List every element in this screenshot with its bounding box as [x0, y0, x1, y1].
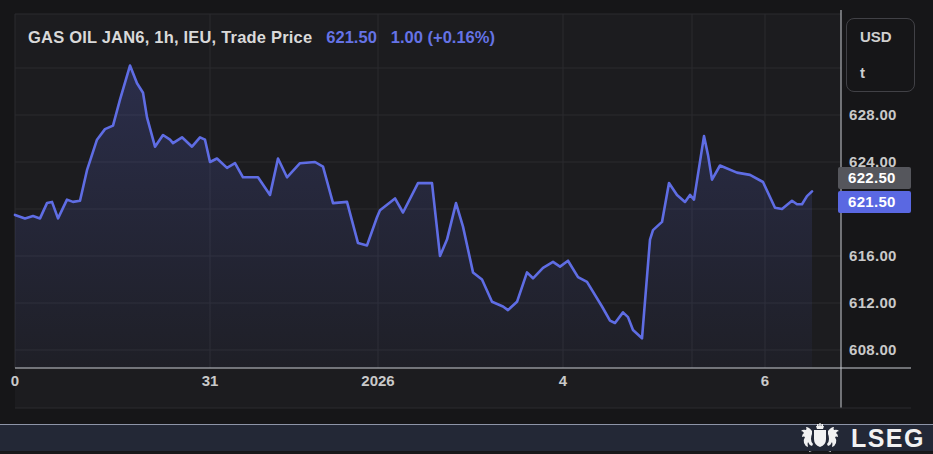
price-axis-tick: 628.00: [849, 106, 897, 124]
last-trade-price-box: 621.50: [838, 191, 911, 213]
branding-bar: LSEG: [0, 424, 933, 451]
prev-close-price-box: 622.50: [838, 167, 911, 189]
time-axis-tick: 4: [559, 372, 567, 389]
price-chart[interactable]: [0, 0, 933, 424]
price-axis-tick: 608.00: [849, 341, 897, 359]
unit-badge: USD t: [846, 18, 915, 92]
price-change-value: 1.00 (+0.16%): [391, 28, 495, 47]
time-axis-tick: 31: [202, 372, 219, 389]
instrument-title: GAS OIL JAN6, 1h, IEU, Trade Price: [28, 28, 312, 47]
trading-chart-window: GAS OIL JAN6, 1h, IEU, Trade Price 621.5…: [0, 0, 933, 454]
time-axis-tick: 0: [11, 372, 19, 389]
lseg-logo-text: LSEG: [851, 425, 925, 452]
price-axis[interactable]: USD t 628.00624.00616.00612.00608.00 622…: [841, 0, 933, 424]
currency-label: USD: [860, 28, 914, 45]
last-price-value: 621.50: [326, 28, 376, 47]
price-axis-tick: 612.00: [849, 294, 897, 312]
time-axis-tick: 6: [761, 372, 769, 389]
price-axis-tick: 616.00: [849, 247, 897, 265]
chart-legend-row[interactable]: GAS OIL JAN6, 1h, IEU, Trade Price 621.5…: [28, 28, 495, 47]
unit-label: t: [860, 64, 914, 81]
lseg-crest-icon: [799, 423, 841, 454]
time-axis-tick: 2026: [361, 372, 394, 389]
